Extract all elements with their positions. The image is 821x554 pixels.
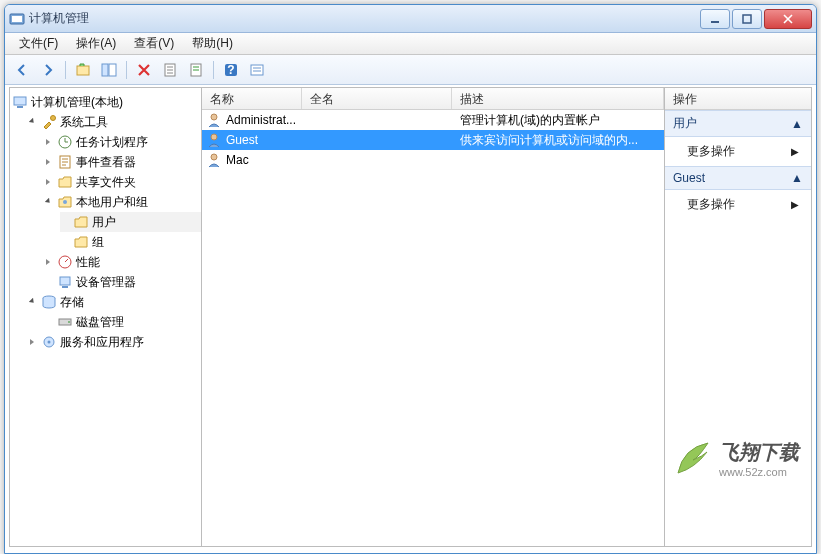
expand-icon[interactable] <box>44 157 54 167</box>
tools-icon <box>41 114 57 130</box>
actions-pane: 操作 用户 ▲ 更多操作 ▶ Guest ▲ 更多操作 ▶ <box>665 88 811 546</box>
tree-task-scheduler[interactable]: 任务计划程序 <box>44 132 201 152</box>
svg-rect-22 <box>60 277 70 285</box>
show-hide-tree-button[interactable] <box>98 59 120 81</box>
services-icon <box>41 334 57 350</box>
help-button[interactable]: ? <box>220 59 242 81</box>
svg-rect-23 <box>62 286 68 288</box>
actions-more-users[interactable]: 更多操作 ▶ <box>665 137 811 166</box>
close-button[interactable] <box>764 9 812 29</box>
svg-point-17 <box>51 116 56 121</box>
svg-rect-6 <box>109 64 116 76</box>
tree-storage[interactable]: 存储 <box>28 292 201 312</box>
expand-icon[interactable] <box>44 137 54 147</box>
export-list-button[interactable] <box>246 59 268 81</box>
performance-icon <box>57 254 73 270</box>
folder-icon <box>73 234 89 250</box>
chevron-up-icon: ▲ <box>791 171 803 185</box>
arrow-right-icon: ▶ <box>791 199 799 210</box>
maximize-button[interactable] <box>732 9 762 29</box>
tree-root-label: 计算机管理(本地) <box>31 94 123 111</box>
actions-header: 操作 <box>665 88 811 110</box>
svg-text:?: ? <box>227 63 234 77</box>
svg-point-31 <box>211 154 217 160</box>
actions-section-users[interactable]: 用户 ▲ <box>665 110 811 137</box>
col-name[interactable]: 名称 <box>202 88 302 109</box>
svg-point-26 <box>68 321 70 323</box>
tree-groups[interactable]: 组 <box>60 232 201 252</box>
arrow-right-icon: ▶ <box>791 146 799 157</box>
device-icon <box>57 274 73 290</box>
list-item[interactable]: Mac <box>202 150 664 170</box>
tree-device-manager[interactable]: 设备管理器 <box>44 272 201 292</box>
users-folder-icon <box>57 194 73 210</box>
tree-root[interactable]: 计算机管理(本地) <box>12 92 201 112</box>
expand-icon[interactable] <box>44 257 54 267</box>
list-item[interactable]: Administrat... 管理计算机(域)的内置帐户 <box>202 110 664 130</box>
forward-button[interactable] <box>37 59 59 81</box>
expand-icon[interactable] <box>44 177 54 187</box>
tree-disk-management[interactable]: 磁盘管理 <box>44 312 201 332</box>
content-body: 计算机管理(本地) 系统工具 <box>9 87 812 547</box>
menu-view[interactable]: 查看(V) <box>126 33 182 54</box>
back-button[interactable] <box>11 59 33 81</box>
refresh-button[interactable] <box>185 59 207 81</box>
actions-section-guest[interactable]: Guest ▲ <box>665 166 811 190</box>
column-headers: 名称 全名 描述 <box>202 88 664 110</box>
svg-rect-14 <box>251 65 263 75</box>
window-title: 计算机管理 <box>29 10 700 27</box>
collapse-icon[interactable] <box>44 197 54 207</box>
storage-icon <box>41 294 57 310</box>
folder-icon <box>73 214 89 230</box>
tree-users[interactable]: 用户 <box>60 212 201 232</box>
tree-local-users-groups[interactable]: 本地用户和组 <box>44 192 201 212</box>
svg-rect-2 <box>711 21 719 23</box>
svg-point-28 <box>48 341 51 344</box>
collapse-icon[interactable] <box>28 297 38 307</box>
shared-folder-icon <box>57 174 73 190</box>
svg-rect-15 <box>14 97 26 105</box>
tree-system-tools[interactable]: 系统工具 <box>28 112 201 132</box>
menubar: 文件(F) 操作(A) 查看(V) 帮助(H) <box>5 33 816 55</box>
properties-button[interactable] <box>159 59 181 81</box>
collapse-icon[interactable] <box>28 117 38 127</box>
user-icon <box>206 152 222 168</box>
svg-rect-5 <box>102 64 108 76</box>
chevron-up-icon: ▲ <box>791 117 803 131</box>
svg-point-29 <box>211 114 217 120</box>
svg-rect-1 <box>12 16 22 22</box>
delete-button[interactable] <box>133 59 155 81</box>
expand-icon[interactable] <box>28 337 38 347</box>
app-icon <box>9 11 25 27</box>
event-icon <box>57 154 73 170</box>
minimize-button[interactable] <box>700 9 730 29</box>
list-item[interactable]: Guest 供来宾访问计算机或访问域的内... <box>202 130 664 150</box>
user-icon <box>206 132 222 148</box>
svg-point-30 <box>211 134 217 140</box>
tree-pane[interactable]: 计算机管理(本地) 系统工具 <box>10 88 202 546</box>
up-button[interactable] <box>72 59 94 81</box>
svg-rect-16 <box>17 106 23 108</box>
tree-label: 系统工具 <box>60 114 108 131</box>
svg-rect-3 <box>743 15 751 23</box>
disk-icon <box>57 314 73 330</box>
details-pane: 名称 全名 描述 Administrat... 管理计算机(域)的内置帐户 Gu… <box>202 88 665 546</box>
svg-rect-4 <box>77 66 89 75</box>
menu-action[interactable]: 操作(A) <box>68 33 124 54</box>
svg-point-20 <box>63 200 67 204</box>
toolbar: ? <box>5 55 816 85</box>
tree-shared-folders[interactable]: 共享文件夹 <box>44 172 201 192</box>
user-icon <box>206 112 222 128</box>
computer-icon <box>12 94 28 110</box>
col-description[interactable]: 描述 <box>452 88 664 109</box>
users-list[interactable]: Administrat... 管理计算机(域)的内置帐户 Guest 供来宾访问… <box>202 110 664 546</box>
titlebar[interactable]: 计算机管理 <box>5 5 816 33</box>
actions-more-guest[interactable]: 更多操作 ▶ <box>665 190 811 219</box>
col-full-name[interactable]: 全名 <box>302 88 452 109</box>
menu-help[interactable]: 帮助(H) <box>184 33 241 54</box>
tree-event-viewer[interactable]: 事件查看器 <box>44 152 201 172</box>
menu-file[interactable]: 文件(F) <box>11 33 66 54</box>
tree-services-apps[interactable]: 服务和应用程序 <box>28 332 201 352</box>
tree-performance[interactable]: 性能 <box>44 252 201 272</box>
clock-icon <box>57 134 73 150</box>
